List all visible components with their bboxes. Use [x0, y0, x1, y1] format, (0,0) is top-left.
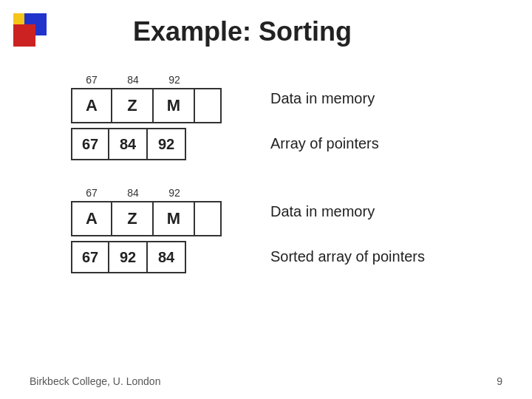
section2-cell-a: A — [71, 201, 112, 236]
section2-addr1: 67 — [71, 187, 112, 199]
section2-pointers-row: 67 92 84 — [71, 241, 186, 273]
section1-memory-label: Data in memory — [270, 90, 379, 107]
section2-cell-m: M — [154, 201, 195, 236]
footer-college: Birkbeck College, U. London — [30, 375, 160, 387]
section-gap — [44, 168, 517, 187]
section2-addr2: 84 — [112, 187, 154, 199]
footer: Birkbeck College, U. London 9 — [0, 375, 532, 387]
section1-addr3: 92 — [154, 74, 195, 86]
section2-pointers-label: Sorted array of pointers — [270, 248, 425, 265]
page-title: Example: Sorting — [133, 16, 352, 47]
section2-ptr2: 92 — [109, 241, 148, 273]
section1-ptr3: 92 — [148, 128, 186, 160]
section1-memory-row: A Z M — [44, 88, 222, 123]
section2-ptr3: 84 — [148, 241, 186, 273]
section2-ptr1: 67 — [71, 241, 109, 273]
section2-address-labels: 67 84 92 — [71, 187, 195, 199]
section2-addr3: 92 — [154, 187, 195, 199]
section1-labels: Data in memory Array of pointers — [244, 90, 379, 152]
section1-address-labels: 67 84 92 — [71, 74, 195, 86]
section1-ptr1: 67 — [71, 128, 109, 160]
section1-addr1: 67 — [71, 74, 112, 86]
main-content: 67 84 92 A Z M 67 84 92 Data in memory — [44, 74, 517, 281]
decorative-squares — [13, 13, 58, 58]
section2-cell-z: Z — [112, 201, 154, 236]
section2: 67 84 92 A Z M 67 92 84 Data in memory — [44, 187, 517, 273]
section1-ptr2: 84 — [109, 128, 148, 160]
footer-page: 9 — [497, 375, 502, 387]
section2-memory-label: Data in memory — [270, 203, 425, 220]
section1-pointers-label: Array of pointers — [270, 135, 379, 152]
section1-pointers-row: 67 84 92 — [71, 128, 186, 160]
section1-diagram: 67 84 92 A Z M 67 84 92 — [44, 74, 222, 160]
section1: 67 84 92 A Z M 67 84 92 Data in memory — [44, 74, 517, 160]
section1-addr2: 84 — [112, 74, 154, 86]
section1-cell-a: A — [71, 88, 112, 123]
deco-red-square — [13, 24, 35, 47]
section1-cell-z: Z — [112, 88, 154, 123]
section2-diagram: 67 84 92 A Z M 67 92 84 — [44, 187, 222, 273]
section2-labels: Data in memory Sorted array of pointers — [244, 203, 425, 265]
section2-cell-extra — [195, 201, 222, 236]
section1-cell-extra — [195, 88, 222, 123]
section1-cell-m: M — [154, 88, 195, 123]
section2-memory-row: A Z M — [44, 201, 222, 236]
